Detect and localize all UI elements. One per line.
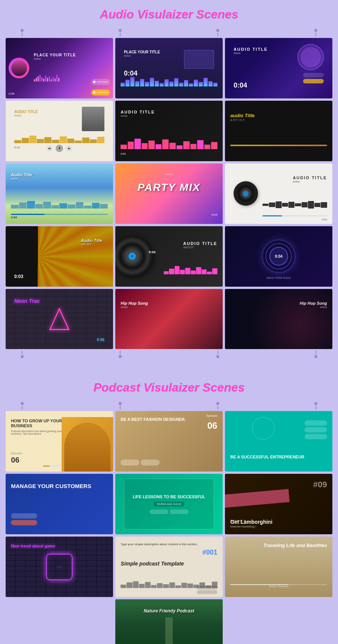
pod2-title: BE A BEST FASHION DESIGNER.: [121, 417, 186, 422]
audio-card-14[interactable]: Hip Hop Song Artist: [115, 289, 223, 349]
card5-title: AUDIO TITLE: [121, 110, 155, 114]
audio-card-13[interactable]: Neon Trac 0:06: [6, 289, 113, 349]
card14-subtitle: Artist: [121, 305, 148, 309]
pod8-title: Simple podcast Template: [121, 561, 184, 567]
audio-card-3[interactable]: AUDIO TITLE Artist 0:04: [225, 38, 332, 98]
card8-time: 0:04: [211, 213, 217, 216]
podcast-section: Podcast Visulaizer Scenes HOW TO GROW UP…: [0, 373, 338, 644]
audio-card-11[interactable]: 0:04 AUDIO TITLE ARTIST: [115, 226, 223, 287]
podcast-card-5[interactable]: LIFE LESSONS TO BE SUCCESSFUL EMMA and J…: [115, 474, 223, 534]
card10-title: Audio Title: [81, 238, 103, 243]
audio-card-15[interactable]: Hip Hop Song Artist: [225, 289, 332, 349]
audio-card-6[interactable]: audio Title ARTIST: [225, 101, 332, 161]
card5-subtitle: Artist: [121, 114, 155, 118]
card1-title: PLACE YOUR TITLE: [34, 53, 76, 57]
card11-subtitle: ARTIST: [183, 246, 217, 249]
card14-title: Hip Hop Song: [121, 301, 148, 305]
pod6-title: Get Lamborghini: [230, 519, 272, 525]
podcast-card-2[interactable]: BE A BEST FASHION DESIGNER. Episode 06: [115, 411, 223, 472]
pod3-title: BE A SUCCESSFUL ENTREPRENEUR: [230, 454, 304, 460]
card11-title: AUDIO TITLE: [183, 241, 217, 246]
pod8-episode: #001: [202, 549, 217, 556]
podcast-card-10[interactable]: Nature Friendy Podcast #24: [115, 599, 223, 644]
pod2-episode: 06: [207, 420, 217, 431]
podcast-card-1[interactable]: HOW TO GROW UP YOUR BUSINESS Podcast des…: [6, 411, 113, 472]
audio-card-10[interactable]: Audio Title ARTIST 0:03: [6, 226, 113, 287]
card10-subtitle: ARTIST: [81, 243, 103, 246]
card3-title: AUDIO TITLE: [234, 47, 268, 51]
podcast-section-title: Podcast Visulaizer Scenes: [4, 381, 334, 395]
pod5-subtitle: EMMA and JULIA: [154, 502, 184, 506]
podcast-card-3[interactable]: BE A SUCCESSFUL ENTREPRENEUR: [225, 411, 332, 472]
card2-title: PLACE YOUR TITLE: [124, 50, 160, 54]
pod6-subtitle: Internet marketing !: [230, 525, 272, 528]
card2-time: 0:04: [124, 70, 137, 77]
card5-time: 0:04: [121, 153, 126, 155]
pod1-title: HOW TO GROW UP YOUR BUSINESS: [11, 419, 65, 428]
card7-title: Audio Title: [11, 172, 32, 177]
card4-time: 0:04: [14, 146, 20, 149]
card12-title: WAVE FORM AUDIO: [266, 277, 291, 279]
audio-card-7[interactable]: Audio Title Artist: [6, 163, 113, 224]
card1-time: 0:05: [9, 92, 15, 95]
card8-subtitle: Artist: [121, 172, 217, 176]
card4-title: AUDIO TITLE: [14, 110, 38, 114]
podcast-grid: HOW TO GROW UP YOUR BUSINESS Podcast des…: [4, 411, 334, 597]
audio-card-12[interactable]: 0:04 WAVE FORM AUDIO: [225, 226, 332, 287]
card10-time: 0:03: [14, 274, 23, 279]
podcast-card-7[interactable]: New trend about game face: [6, 537, 113, 597]
card8-title: PARTY MIX: [115, 181, 223, 194]
card2-subtitle: Artist: [124, 54, 160, 57]
audio-card-2[interactable]: PLACE YOUR TITLE Artist 0:04: [115, 38, 223, 98]
card3-time: 0:04: [234, 82, 247, 89]
pod9-title: Traveling Life and Benifites: [263, 543, 327, 549]
audio-section: Audio Visulaizer Scenes: [0, 0, 338, 369]
audio-section-title: Audio Visulaizer Scenes: [4, 8, 334, 21]
pod5-title: LIFE LESSONS TO BE SUCCESSFUL: [129, 494, 209, 499]
card4-subtitle: Artist: [14, 114, 38, 117]
pod4-title: MANAGE YOUR CUSTOMERS: [11, 483, 91, 490]
audio-card-4[interactable]: AUDIO TITLE Artist: [6, 101, 113, 161]
card6-title: audio Title: [230, 113, 255, 118]
podcast-card-9[interactable]: Traveling Life and Benifites Edvin Thoma…: [225, 537, 332, 597]
card13-title: Neon Trac: [14, 298, 40, 304]
svg-marker-0: [50, 309, 69, 330]
card7-time: 0:04: [11, 216, 17, 219]
podcast-card-6[interactable]: #09 Best path to Get Lamborghini Interne…: [225, 474, 332, 534]
card9-time: 0:04: [322, 218, 327, 221]
card6-subtitle: ARTIST: [230, 118, 255, 122]
pod6-episode: #09: [313, 480, 327, 490]
pod10-title: Nature Friendy Podcast: [115, 608, 223, 614]
card12-time: 0:04: [275, 254, 282, 259]
card7-subtitle: Artist: [11, 177, 32, 180]
card9-subtitle: Artist: [293, 180, 327, 183]
card3-subtitle: Artist: [234, 51, 268, 55]
audio-card-8[interactable]: Artist PARTY MIX 0:04: [115, 163, 223, 224]
audio-card-1[interactable]: PLACE YOUR TITLE Artist: [6, 38, 113, 98]
podcast-card-4[interactable]: MANAGE YOUR CUSTOMERS: [6, 474, 113, 534]
podcast-card-8[interactable]: Type your simple description about conte…: [115, 537, 223, 597]
card13-time: 0:06: [97, 338, 104, 342]
audio-card-9[interactable]: AUDIO TITLE Artist: [225, 163, 332, 224]
audio-card-5[interactable]: AUDIO TITLE Artist: [115, 101, 223, 161]
card11-time2: 0:04: [149, 250, 155, 254]
audio-grid: PLACE YOUR TITLE Artist: [4, 38, 334, 349]
card9-title: AUDIO TITLE: [293, 175, 327, 180]
pod7-title: New trend about game: [11, 544, 55, 548]
card1-subtitle: Artist: [34, 57, 76, 60]
pod9-subtitle: Edvin Thomas: [230, 585, 327, 588]
